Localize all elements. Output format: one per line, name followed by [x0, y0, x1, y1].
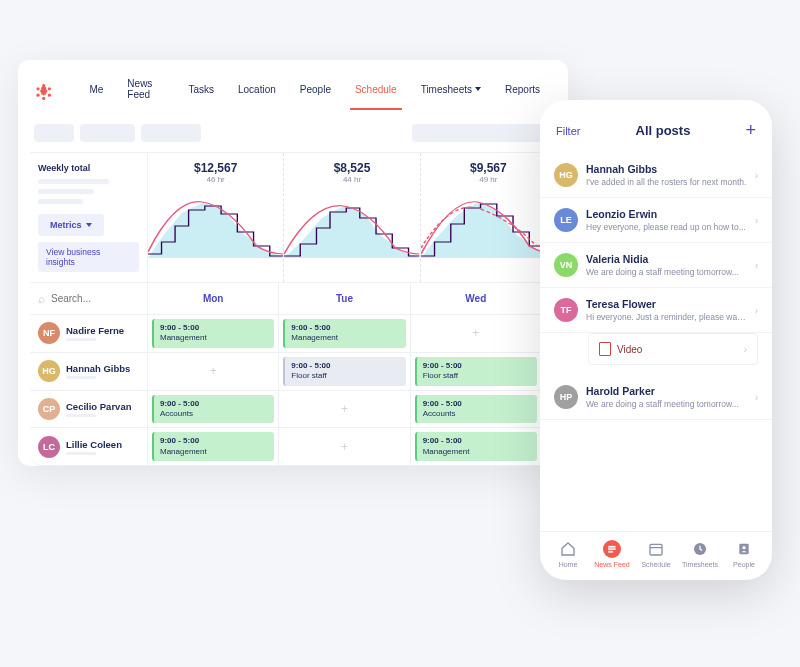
person-cell[interactable]: CPCecilio Parvan [30, 391, 148, 428]
add-shift-icon[interactable]: + [341, 440, 348, 454]
nav-reports[interactable]: Reports [493, 74, 552, 110]
schedule-header-row: ⌕ Mon Tue Wed [30, 283, 556, 315]
person-cell[interactable]: NFNadire Ferne [30, 315, 148, 352]
tab-label: Schedule [641, 561, 670, 568]
shift-cell[interactable]: + [148, 353, 279, 390]
shift-card[interactable]: 9:00 - 5:00Management [415, 432, 537, 461]
svg-rect-7 [609, 549, 616, 550]
schedule-row: NFNadire Ferne9:00 - 5:00Management9:00 … [30, 315, 556, 353]
person-cell[interactable]: LCLillie Coleen [30, 428, 148, 465]
day-header-tue[interactable]: Tue [279, 283, 410, 314]
shift-cell[interactable]: 9:00 - 5:00Floor staff [411, 353, 542, 390]
chart-hours: 46 hr [148, 175, 283, 184]
post-item[interactable]: TFTeresa FlowerHi everyone. Just a remin… [540, 288, 772, 333]
nav-location[interactable]: Location [226, 74, 288, 110]
svg-point-4 [36, 94, 39, 97]
shift-time: 9:00 - 5:00 [160, 323, 268, 333]
calendar-icon [647, 540, 665, 558]
chevron-right-icon: › [755, 305, 758, 316]
shift-cell[interactable]: + [411, 315, 542, 352]
skeleton [66, 338, 96, 341]
mobile-header: Filter All posts + [540, 116, 772, 153]
nav-timesheets[interactable]: Timesheets [409, 74, 493, 110]
svg-point-13 [742, 546, 745, 549]
shift-cell[interactable]: 9:00 - 5:00Management [148, 428, 279, 465]
tab-label: News Feed [594, 561, 629, 568]
day-header-mon[interactable]: Mon [148, 283, 279, 314]
shift-card[interactable]: 9:00 - 5:00Floor staff [283, 357, 405, 386]
post-excerpt: We are doing a staff meeting tomorrow... [586, 399, 747, 409]
attachment-label: Video [617, 344, 642, 355]
tab-label: Timesheets [682, 561, 718, 568]
shift-card[interactable]: 9:00 - 5:00Management [283, 319, 405, 348]
shift-card[interactable]: 9:00 - 5:00Floor staff [415, 357, 537, 386]
nav-people[interactable]: People [288, 74, 343, 110]
filter-button[interactable]: Filter [556, 125, 580, 137]
mobile-title: All posts [636, 123, 691, 138]
person-icon [735, 540, 753, 558]
shift-role: Floor staff [423, 371, 531, 381]
shift-role: Management [423, 447, 531, 457]
chart-svg [148, 188, 283, 258]
tab-news-feed[interactable]: News Feed [590, 540, 634, 568]
post-excerpt: We are doing a staff meeting tomorrow... [586, 267, 747, 277]
shift-cell[interactable]: 9:00 - 5:00Management [279, 315, 410, 352]
chart-col-tue: $8,525 44 hr [283, 153, 419, 282]
search-input[interactable] [51, 293, 121, 304]
tab-label: Home [559, 561, 578, 568]
post-item[interactable]: HPHarold ParkerWe are doing a staff meet… [540, 375, 772, 420]
shift-cell[interactable]: 9:00 - 5:00Accounts [148, 391, 279, 428]
video-attachment[interactable]: Video› [588, 333, 758, 365]
avatar: VN [554, 253, 578, 277]
chart-hours: 49 hr [421, 175, 556, 184]
post-excerpt: Hi everyone. Just a reminder, please wat… [586, 312, 747, 322]
post-item[interactable]: HGHannah GibbsI've added in all the rost… [540, 153, 772, 198]
shift-card[interactable]: 9:00 - 5:00Accounts [152, 395, 274, 424]
shift-cell[interactable]: 9:00 - 5:00Management [411, 428, 542, 465]
metrics-button[interactable]: Metrics [38, 214, 104, 236]
chart-svg [421, 188, 556, 258]
post-author: Valeria Nidia [586, 253, 747, 265]
person-name: Lillie Coleen [66, 439, 122, 450]
day-header-wed[interactable]: Wed [411, 283, 542, 314]
tab-people[interactable]: People [722, 540, 766, 568]
add-shift-icon[interactable]: + [210, 364, 217, 378]
nav-tabs: Me News Feed Tasks Location People Sched… [77, 74, 552, 110]
nav-schedule[interactable]: Schedule [343, 74, 409, 110]
nav-me[interactable]: Me [77, 74, 115, 110]
shift-cell[interactable]: + [279, 391, 410, 428]
post-item[interactable]: LELeonzio ErwinHey everyone, please read… [540, 198, 772, 243]
shift-cell[interactable]: + [279, 428, 410, 465]
shift-card[interactable]: 9:00 - 5:00Accounts [415, 395, 537, 424]
add-shift-icon[interactable]: + [472, 326, 479, 340]
shift-cell[interactable]: 9:00 - 5:00Floor staff [279, 353, 410, 390]
nav-tasks[interactable]: Tasks [176, 74, 226, 110]
tab-schedule[interactable]: Schedule [634, 540, 678, 568]
post-item[interactable]: VNValeria NidiaWe are doing a staff meet… [540, 243, 772, 288]
add-post-button[interactable]: + [745, 120, 756, 141]
add-shift-icon[interactable]: + [341, 402, 348, 416]
summary-sidebar: Weekly total Metrics View business insig… [30, 153, 148, 282]
chevron-right-icon: › [755, 392, 758, 403]
skeleton [38, 179, 109, 184]
clock-icon [691, 540, 709, 558]
tab-timesheets[interactable]: Timesheets [678, 540, 722, 568]
person-name: Hannah Gibbs [66, 363, 130, 374]
person-cell[interactable]: HGHannah Gibbs [30, 353, 148, 390]
toolbar-placeholder [30, 120, 556, 152]
nav-news-feed[interactable]: News Feed [115, 74, 176, 110]
shift-card[interactable]: 9:00 - 5:00Management [152, 319, 274, 348]
shift-role: Accounts [423, 409, 531, 419]
shift-cell[interactable]: 9:00 - 5:00Accounts [411, 391, 542, 428]
post-list[interactable]: HGHannah GibbsI've added in all the rost… [540, 153, 772, 531]
shift-card[interactable]: 9:00 - 5:00Management [152, 432, 274, 461]
chart-amount: $8,525 [284, 161, 419, 175]
tab-label: People [733, 561, 755, 568]
tab-home[interactable]: Home [546, 540, 590, 568]
shift-cell[interactable]: 9:00 - 5:00Management [148, 315, 279, 352]
chart-col-wed: $9,567 49 hr [420, 153, 556, 282]
chart-amount: $9,567 [421, 161, 556, 175]
avatar: LC [38, 436, 60, 458]
view-insights-button[interactable]: View business insights [38, 242, 139, 272]
skeleton [412, 124, 552, 142]
